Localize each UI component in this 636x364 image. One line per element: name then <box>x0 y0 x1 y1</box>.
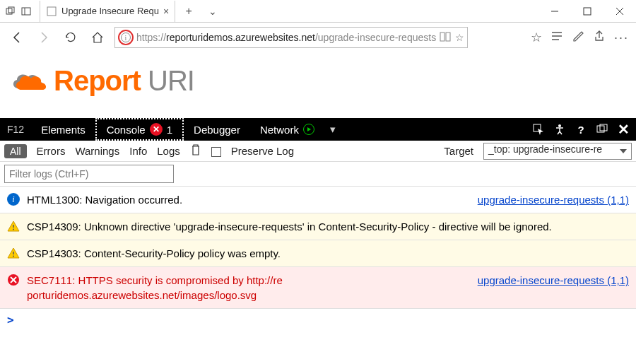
devtools-tabbar: F12 Elements Console ✕ 1 Debugger Networ… <box>0 118 636 141</box>
message-link[interactable]: upgrade-insecure-requests (1,1) <box>478 273 629 288</box>
tab-network[interactable]: Network <box>250 118 324 141</box>
tab-network-label: Network <box>260 124 299 136</box>
tab-chevron-icon[interactable]: ⌄ <box>202 1 223 22</box>
url-protocol: https:// <box>136 32 166 43</box>
logo-part2: URI <box>141 65 194 96</box>
svg-point-19 <box>13 229 14 230</box>
favorite-star-icon[interactable]: ☆ <box>455 32 464 43</box>
filter-logs-button[interactable]: Logs <box>157 145 180 157</box>
filter-errors-button[interactable]: Errors <box>37 145 66 157</box>
target-label: Target <box>444 145 473 157</box>
help-icon[interactable]: ? <box>574 122 588 136</box>
logo-part1: Report <box>54 65 141 96</box>
filter-info-button[interactable]: Info <box>129 145 147 157</box>
favorites-icon[interactable]: ☆ <box>531 30 542 45</box>
tab-title: Upgrade Insecure Requ <box>61 6 159 16</box>
titlebar: Upgrade Insecure Requ × + ⌄ <box>0 0 636 23</box>
forward-button[interactable] <box>34 28 54 47</box>
site-info-icon[interactable]: i <box>121 33 131 42</box>
accessibility-icon[interactable] <box>553 122 567 136</box>
console-message: SEC7111: HTTPS security is compromised b… <box>0 266 636 308</box>
svg-point-15 <box>558 124 561 127</box>
reading-list-icon[interactable] <box>550 30 563 45</box>
site-info-highlight: i <box>118 30 134 45</box>
console-message: CSP14309: Unknown directive 'upgrade-ins… <box>0 213 636 240</box>
tab-elements[interactable]: Elements <box>31 118 95 141</box>
titlebar-left: Upgrade Insecure Requ × + ⌄ <box>0 1 223 22</box>
console-prompt[interactable]: > <box>0 308 636 331</box>
info-icon: i <box>7 193 20 206</box>
svg-rect-9 <box>440 33 444 41</box>
dock-icon[interactable] <box>595 122 609 136</box>
window-controls <box>538 0 636 23</box>
error-icon <box>7 274 20 286</box>
tab-console-label: Console <box>107 124 146 136</box>
f12-label: F12 <box>0 118 31 141</box>
tab-debugger[interactable]: Debugger <box>184 118 250 141</box>
svg-rect-16 <box>597 126 604 132</box>
target-select[interactable]: _top: upgrade-insecure-re <box>483 143 632 160</box>
url-host: reporturidemos.azurewebsites.net <box>166 32 315 43</box>
message-text: CSP14303: Content-Security-Policy policy… <box>27 246 629 261</box>
filter-input[interactable] <box>4 165 174 183</box>
message-text-cont: porturidemos.azurewebsites.net/images/lo… <box>27 288 629 303</box>
preserve-log-checkbox[interactable] <box>211 145 221 157</box>
notes-icon[interactable] <box>572 30 584 45</box>
browser-tab[interactable]: Upgrade Insecure Requ × <box>40 1 175 22</box>
preserve-log-label: Preserve Log <box>231 145 294 157</box>
console-message: CSP14303: Content-Security-Policy policy… <box>0 240 636 266</box>
chevron-down-icon[interactable]: ▾ <box>324 123 341 136</box>
svg-rect-0 <box>6 8 12 14</box>
message-text: CSP14309: Unknown directive 'upgrade-ins… <box>27 219 629 234</box>
message-text: SEC7111: HTTPS security is compromised b… <box>27 273 283 288</box>
url-field[interactable]: i https://reporturidemos.azurewebsites.n… <box>114 27 468 48</box>
svg-rect-1 <box>8 7 14 13</box>
svg-rect-10 <box>446 33 450 41</box>
warning-icon <box>7 247 20 259</box>
network-play-icon <box>303 124 314 135</box>
tabs-aside-icon[interactable] <box>20 5 33 18</box>
error-badge-icon: ✕ <box>150 123 163 136</box>
url-path: /upgrade-insecure-requests <box>315 32 436 43</box>
url-text: https://reporturidemos.azurewebsites.net… <box>136 32 437 43</box>
back-button[interactable] <box>7 28 27 47</box>
tab-favicon <box>46 6 57 17</box>
more-icon[interactable]: ··· <box>614 30 629 45</box>
filter-warnings-button[interactable]: Warnings <box>75 145 119 157</box>
reading-view-icon[interactable] <box>440 31 451 45</box>
cloud-icon <box>8 69 48 94</box>
close-window-button[interactable] <box>603 0 636 23</box>
share-icon[interactable] <box>593 30 606 45</box>
message-text: HTML1300: Navigation occurred. <box>27 192 182 207</box>
restore-left-icon[interactable] <box>4 5 17 18</box>
refresh-button[interactable] <box>61 28 81 47</box>
maximize-button[interactable] <box>571 0 603 23</box>
logo-text: Report URI <box>54 65 194 97</box>
new-tab-button[interactable]: + <box>178 1 199 22</box>
message-link[interactable]: upgrade-insecure-requests (1,1) <box>478 192 629 207</box>
close-devtools-icon[interactable]: ✕ <box>616 122 630 136</box>
site-logo: Report URI <box>8 65 628 97</box>
select-element-icon[interactable] <box>531 122 546 136</box>
address-bar: i https://reporturidemos.azurewebsites.n… <box>0 23 636 52</box>
error-count: 1 <box>167 124 172 136</box>
home-button[interactable] <box>88 28 107 47</box>
svg-rect-4 <box>47 7 56 16</box>
filter-all-button[interactable]: All <box>4 144 27 158</box>
tab-close-icon[interactable]: × <box>163 6 169 17</box>
svg-rect-6 <box>584 8 591 15</box>
svg-rect-2 <box>22 8 30 15</box>
svg-point-21 <box>13 256 14 257</box>
clear-console-icon[interactable] <box>190 143 201 158</box>
tab-console[interactable]: Console ✕ 1 <box>95 118 184 141</box>
page-content: Report URI <box>0 52 636 118</box>
filter-row <box>0 162 636 186</box>
console-toolbar: All Errors Warnings Info Logs Preserve L… <box>0 141 636 162</box>
minimize-button[interactable] <box>538 0 571 23</box>
svg-rect-17 <box>600 124 607 131</box>
warning-icon <box>7 220 20 233</box>
console-message: i HTML1300: Navigation occurred. upgrade… <box>0 186 636 213</box>
